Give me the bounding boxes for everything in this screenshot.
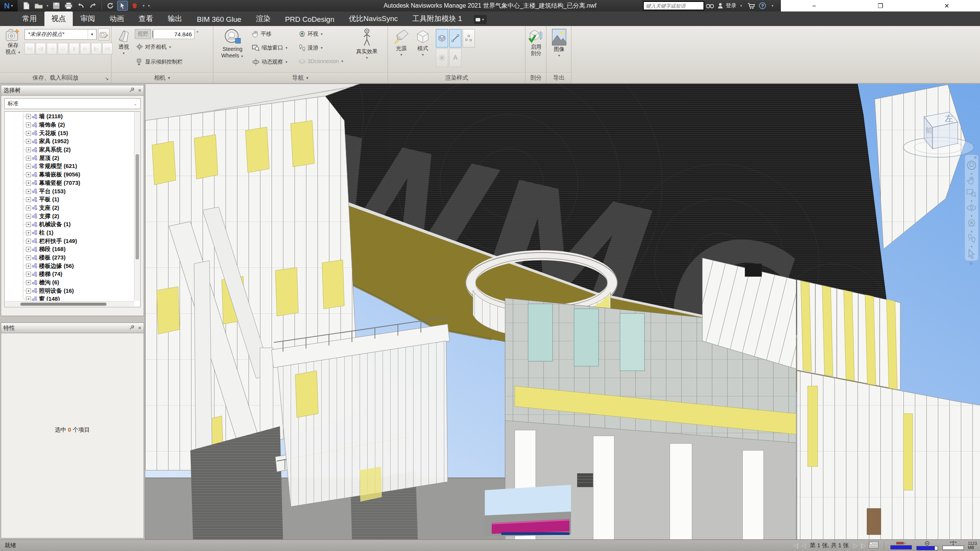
- expand-icon[interactable]: +: [26, 214, 31, 219]
- open-dropdown-icon[interactable]: ▼: [46, 4, 49, 8]
- group-label-navigate[interactable]: 导航▼: [214, 72, 388, 83]
- tree-item[interactable]: +平台 (153): [5, 187, 134, 196]
- sheet-browser-icon[interactable]: [869, 541, 879, 550]
- stop-icon[interactable]: □: [58, 43, 68, 54]
- tree-item[interactable]: +平板 (1): [5, 196, 134, 204]
- help-dropdown-icon[interactable]: ▼: [771, 4, 774, 8]
- edit-viewpoint-button[interactable]: [98, 28, 110, 41]
- select-box-tool-button[interactable]: [130, 1, 140, 10]
- zoom-window-button[interactable]: 缩放窗口▼: [252, 44, 288, 51]
- pin-icon[interactable]: [129, 325, 134, 331]
- tree-item[interactable]: +墙 (2118): [5, 112, 134, 121]
- sign-in-dropdown-icon[interactable]: ▼: [739, 4, 743, 8]
- tree-item[interactable]: +栏杆扶手 (149): [5, 237, 134, 245]
- chevron-down-icon[interactable]: ▼: [970, 173, 973, 175]
- tree-item[interactable]: +幕墙竖梃 (7073): [5, 179, 134, 187]
- expand-icon[interactable]: +: [26, 272, 31, 277]
- scrollbar-thumb[interactable]: [136, 154, 139, 259]
- expand-icon[interactable]: +: [26, 255, 31, 260]
- dialog-launcher-icon[interactable]: ↘: [105, 76, 109, 81]
- ribbon-display-options-icon[interactable]: ▼: [474, 15, 487, 24]
- pause-icon[interactable]: ||: [69, 43, 79, 54]
- show-tilt-bar-button[interactable]: 显示倾斜控制栏: [136, 58, 183, 66]
- skip-start-icon[interactable]: |◁: [25, 43, 35, 54]
- steering-wheels-button[interactable]: Steering Wheels ▼: [216, 28, 249, 60]
- walk-footsteps-icon[interactable]: [967, 234, 976, 245]
- tree-item[interactable]: +家具 (1952): [5, 137, 134, 146]
- group-label-export[interactable]: 导出: [547, 72, 571, 83]
- select-tool-button[interactable]: [118, 1, 128, 10]
- tree-item[interactable]: +柱 (1): [5, 229, 134, 237]
- expand-icon[interactable]: +: [26, 164, 31, 169]
- tree-item[interactable]: +墙饰条 (2): [5, 121, 134, 129]
- tree-item[interactable]: +常规模型 (621): [5, 162, 134, 171]
- orbit-button[interactable]: 动态观察▼: [252, 58, 288, 66]
- tree-item[interactable]: +支座 (2): [5, 204, 134, 212]
- expand-icon[interactable]: +: [26, 139, 31, 144]
- tree-item[interactable]: +家具系统 (2): [5, 146, 134, 154]
- tab-工具附加模块 1[interactable]: 工具附加模块 1: [406, 11, 469, 26]
- perspective-button[interactable]: 透视 ▼: [114, 28, 133, 57]
- tab-动画[interactable]: 动画: [103, 11, 131, 26]
- print-button[interactable]: [64, 1, 74, 10]
- expand-icon[interactable]: +: [26, 156, 31, 161]
- expand-icon[interactable]: +: [26, 297, 31, 301]
- expand-icon[interactable]: +: [26, 222, 31, 227]
- group-label-save-load-playback[interactable]: 保存、载入和回放 ↘: [0, 72, 111, 83]
- chevron-down-icon[interactable]: ▼: [970, 215, 973, 217]
- selection-tree-header[interactable]: 选择树 ×: [1, 85, 144, 96]
- minimize-button[interactable]: –: [803, 2, 826, 9]
- tab-渲染[interactable]: 渲染: [249, 11, 277, 26]
- pan-button[interactable]: 平移: [252, 31, 272, 37]
- tree-item[interactable]: +幕墙嵌板 (9056): [5, 171, 134, 179]
- export-image-button[interactable]: 图像 ▼: [549, 28, 569, 59]
- expand-icon[interactable]: +: [26, 131, 31, 136]
- expand-icon[interactable]: +: [26, 197, 31, 202]
- expand-icon[interactable]: +: [26, 280, 31, 285]
- expand-icon[interactable]: +: [26, 230, 31, 235]
- expand-icon[interactable]: +: [26, 181, 31, 186]
- tab-BIM 360 Glue[interactable]: BIM 360 Glue: [190, 13, 248, 26]
- undo-button[interactable]: [76, 1, 86, 10]
- restore-button[interactable]: ❐: [869, 2, 892, 10]
- fov-input[interactable]: 74.846: [153, 29, 195, 39]
- play-icon[interactable]: ▷: [80, 43, 90, 54]
- expand-icon[interactable]: +: [26, 239, 31, 244]
- last-sheet-icon[interactable]: |▷: [861, 542, 865, 549]
- close-button[interactable]: ✕: [935, 2, 958, 10]
- orbit-icon[interactable]: [967, 203, 977, 214]
- tree-vertical-scrollbar[interactable]: [134, 112, 140, 301]
- tree-item[interactable]: +檐沟 (6): [5, 279, 134, 287]
- surfaces-toggle[interactable]: [436, 29, 448, 47]
- group-label-camera[interactable]: 相机▼: [112, 72, 213, 83]
- dropdown-arrow-icon[interactable]: ▼: [88, 29, 96, 39]
- step-forward-icon[interactable]: |▷: [91, 43, 101, 54]
- tab-PRD CoDesign[interactable]: PRD CoDesign: [278, 13, 341, 26]
- group-label-sectioning[interactable]: 剖分: [526, 72, 546, 83]
- align-camera-button[interactable]: 对齐相机▼: [136, 44, 172, 51]
- expand-icon[interactable]: +: [26, 264, 31, 269]
- first-sheet-icon[interactable]: ◁|: [793, 542, 798, 549]
- walk-button[interactable]: 漫游▼: [299, 44, 323, 51]
- lighting-button[interactable]: 光源 ▼: [391, 28, 411, 58]
- tree-item[interactable]: +窗 (148): [5, 295, 134, 301]
- expand-icon[interactable]: +: [26, 247, 31, 252]
- cart-icon[interactable]: [748, 3, 755, 9]
- tree-item[interactable]: +楼梯 (74): [5, 270, 134, 279]
- expand-icon[interactable]: +: [26, 172, 31, 177]
- tab-优比NavisSync[interactable]: 优比NavisSync: [342, 11, 405, 26]
- steering-wheel-icon[interactable]: [967, 160, 977, 172]
- sign-in-button[interactable]: 登录: [726, 2, 736, 9]
- tab-输出[interactable]: 输出: [161, 11, 189, 26]
- pin-icon[interactable]: [129, 87, 134, 94]
- tree-horizontal-scrollbar[interactable]: [5, 301, 134, 306]
- expand-icon[interactable]: +: [26, 189, 31, 194]
- expand-icon[interactable]: +: [26, 289, 31, 293]
- mode-button[interactable]: 模式 ▼: [413, 28, 433, 58]
- enable-sectioning-button[interactable]: 启用 剖分: [527, 28, 546, 57]
- save-viewpoint-button[interactable]: 保存 视点 ▼: [3, 28, 23, 56]
- next-sheet-icon[interactable]: ▷: [853, 542, 857, 549]
- look-around-icon[interactable]: [967, 218, 977, 230]
- select-arrow-icon[interactable]: [967, 249, 976, 260]
- select-dropdown-icon[interactable]: ▼: [142, 4, 145, 8]
